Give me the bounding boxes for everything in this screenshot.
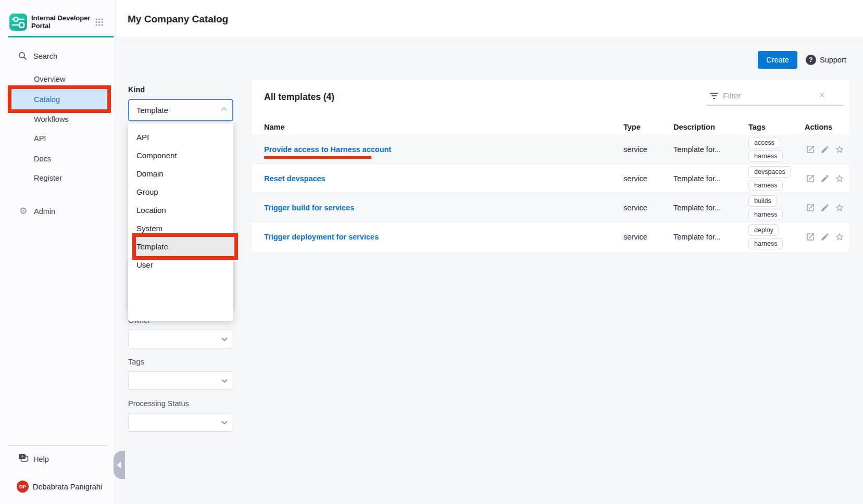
svg-text:?: ? — [21, 455, 23, 459]
edit-pencil-icon[interactable] — [820, 174, 830, 183]
user-menu[interactable]: DP Debabrata Panigrahi — [0, 479, 116, 495]
table-row: Trigger deployment for services service … — [252, 222, 849, 251]
help-chat-icon: ? — [18, 453, 29, 463]
table-row: Trigger build for services service Templ… — [252, 193, 849, 222]
tags-cell: builds harness — [748, 193, 783, 222]
description-cell: Template for... — [673, 164, 721, 193]
actions-cell — [806, 135, 844, 164]
template-link[interactable]: Reset devspaces — [264, 164, 326, 193]
chevron-down-icon — [221, 379, 228, 383]
table-title: All templates (4) — [264, 92, 334, 103]
open-in-new-icon[interactable] — [806, 203, 815, 212]
create-button[interactable]: Create — [758, 51, 797, 69]
tag-chip[interactable]: access — [748, 137, 780, 148]
template-link[interactable]: Trigger deployment for services — [264, 222, 379, 251]
open-in-new-icon[interactable] — [806, 174, 815, 183]
actions-cell — [806, 222, 844, 251]
tag-chip[interactable]: builds — [748, 195, 777, 207]
gear-icon: ⚙ — [19, 206, 27, 217]
kind-option-template[interactable]: Template — [128, 237, 233, 256]
templates-table-card: All templates (4) ✕ Name Type Descriptio… — [252, 80, 849, 252]
open-in-new-icon[interactable] — [806, 232, 815, 242]
processing-status-select[interactable] — [128, 413, 233, 432]
tag-chip[interactable]: deploy — [748, 224, 779, 236]
tags-cell: devspaces harness — [748, 164, 791, 193]
description-cell: Template for... — [673, 135, 721, 164]
tags-cell: deploy harness — [748, 222, 783, 251]
tag-chip[interactable]: harness — [748, 209, 783, 220]
column-header-description: Description — [673, 123, 715, 131]
kind-option-location[interactable]: Location — [128, 201, 233, 219]
kind-option-api[interactable]: API — [128, 128, 233, 146]
chevron-down-icon — [221, 337, 228, 341]
template-link[interactable]: Provide access to Harness account — [264, 135, 391, 164]
kind-select-value: Template — [136, 100, 168, 120]
search-label: Search — [33, 52, 57, 60]
tags-select[interactable] — [128, 371, 233, 390]
sidebar-item-register[interactable]: Register — [34, 174, 62, 182]
kind-filter-label: Kind — [128, 85, 145, 94]
annotation-box-catalog: Catalog — [8, 85, 111, 113]
tag-chip[interactable]: harness — [748, 150, 783, 162]
sidebar-item-catalog[interactable]: Catalog — [11, 89, 107, 109]
tag-chip[interactable]: devspaces — [748, 166, 791, 178]
search-icon — [18, 52, 27, 60]
question-circle-icon[interactable]: ? — [806, 55, 816, 65]
actions-cell — [806, 193, 844, 222]
column-header-tags: Tags — [748, 123, 766, 131]
star-favorite-icon[interactable] — [835, 174, 844, 183]
sidebar-item-search[interactable]: Search — [0, 50, 116, 64]
star-favorite-icon[interactable] — [835, 203, 844, 212]
clear-filter-icon[interactable]: ✕ — [819, 91, 826, 100]
kind-dropdown-menu: API Component Domain Group Location Syst… — [128, 123, 233, 321]
type-cell: service — [623, 135, 647, 164]
tag-chip[interactable]: harness — [748, 180, 783, 191]
sidebar-item-docs[interactable]: Docs — [34, 155, 51, 163]
kind-option-group[interactable]: Group — [128, 183, 233, 201]
column-header-type: Type — [623, 123, 641, 131]
support-link[interactable]: Support — [820, 51, 846, 69]
kind-option-component[interactable]: Component — [128, 146, 233, 165]
tags-cell: access harness — [748, 135, 783, 164]
tags-filter-label: Tags — [128, 358, 144, 366]
chevron-down-icon — [221, 421, 228, 424]
sidebar-item-api[interactable]: API — [34, 134, 46, 143]
tag-chip[interactable]: harness — [748, 238, 783, 249]
edit-pencil-icon[interactable] — [820, 232, 830, 242]
kind-select[interactable]: Template — [128, 99, 233, 121]
chevron-up-icon — [221, 107, 227, 111]
page-title: My Company Catalog — [128, 0, 228, 38]
sidebar-item-help[interactable]: ? Help — [0, 452, 116, 466]
star-favorite-icon[interactable] — [835, 145, 844, 154]
template-link[interactable]: Trigger build for services — [264, 193, 354, 222]
sidebar-item-workflows[interactable]: Workflows — [34, 115, 69, 123]
edit-pencil-icon[interactable] — [820, 145, 830, 154]
processing-status-filter-label: Processing Status — [128, 399, 189, 408]
sidebar-item-overview[interactable]: Overview — [34, 75, 65, 83]
chevron-left-icon — [117, 462, 121, 468]
logo-underline — [8, 36, 114, 37]
star-favorite-icon[interactable] — [835, 232, 844, 242]
type-cell: service — [623, 193, 647, 222]
user-name: Debabrata Panigrahi — [33, 483, 102, 491]
kind-option-domain[interactable]: Domain — [128, 165, 233, 183]
owner-select[interactable] — [128, 330, 233, 348]
logo-title: Internal Developer Portal — [31, 14, 93, 30]
sidebar-item-admin[interactable]: ⚙ Admin — [0, 205, 116, 219]
catalog-label: Catalog — [34, 95, 60, 104]
apps-grid-icon[interactable] — [95, 18, 103, 26]
type-cell: service — [623, 222, 647, 251]
edit-pencil-icon[interactable] — [820, 203, 830, 212]
column-header-actions: Actions — [805, 123, 832, 131]
table-row: Reset devspaces service Template for... … — [252, 164, 849, 193]
open-in-new-icon[interactable] — [806, 145, 815, 154]
sidebar: Internal Developer Portal Search Overvie… — [0, 0, 116, 504]
admin-label: Admin — [34, 207, 55, 216]
topbar: My Company Catalog — [117, 0, 863, 38]
type-cell: service — [623, 164, 647, 193]
harness-idp-logo-icon — [9, 14, 27, 31]
content: Create ? Support Kind Template API Compo… — [117, 39, 863, 504]
sidebar-collapse-handle[interactable] — [114, 451, 125, 479]
description-cell: Template for... — [673, 222, 721, 251]
column-header-name: Name — [264, 123, 285, 131]
